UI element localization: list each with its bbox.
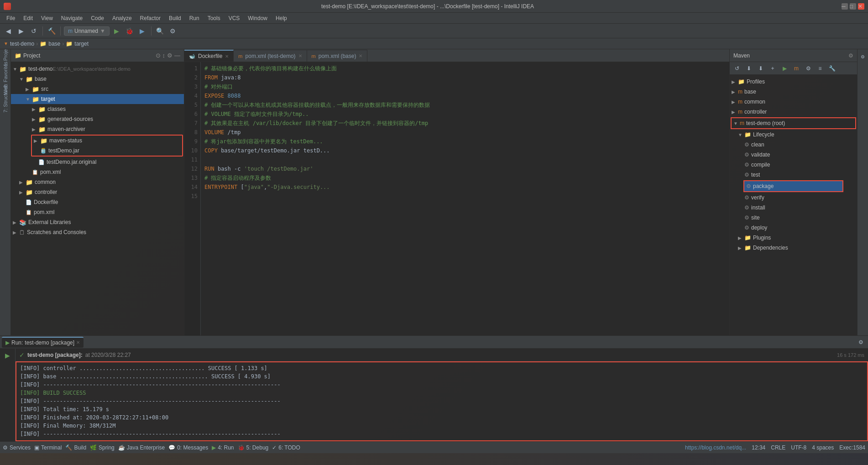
tree-gen-sources[interactable]: ▶ 📁 generated-sources [11, 114, 184, 124]
tree-classes[interactable]: ▶ 📁 classes [11, 104, 184, 114]
toolbar-back[interactable]: ◀ [3, 26, 14, 37]
maven-site[interactable]: ⚙ site [730, 213, 857, 223]
tab-pom-base[interactable]: m pom.xml (base) ✕ [307, 50, 368, 62]
tree-root-pom[interactable]: ▶ 📋 pom.xml [11, 207, 184, 217]
tab-pom-testdemo-close[interactable]: ✕ [298, 53, 302, 58]
maven-plugins[interactable]: ▶ 📁 Plugins [730, 233, 857, 243]
status-debug[interactable]: 🐞 5: Debug [238, 444, 269, 451]
tree-root[interactable]: ▼ 📁 test-demo E:\IDEA_workspace\test\tes… [11, 64, 184, 74]
status-url[interactable]: https://blog.csdn.net/dq... [685, 444, 746, 451]
maven-settings2[interactable]: ⚙ [803, 63, 814, 74]
maven-m-icon[interactable]: m [791, 63, 802, 74]
tree-dockerfile[interactable]: ▶ 📄 Dockerfile [11, 197, 184, 207]
maven-clean[interactable]: ⚙ clean [730, 140, 857, 150]
status-indent[interactable]: 4 spaces [812, 444, 834, 451]
menu-run[interactable]: Run [186, 14, 203, 22]
tab-pom-testdemo[interactable]: m pom.xml (test-demo) ✕ [234, 50, 307, 62]
tab-pom-base-close[interactable]: ✕ [359, 53, 362, 58]
bottom-panel-settings[interactable]: ⚙ [855, 337, 866, 348]
window-controls[interactable]: ─ □ ✕ [842, 3, 864, 10]
menu-vcs[interactable]: VCS [225, 14, 244, 22]
run-output[interactable]: [INFO] controller ......................… [16, 361, 868, 441]
tree-testdemo-jar[interactable]: ▶ 🫙 testDemo.jar [32, 146, 182, 156]
maven-profiles[interactable]: ▶ 📁 Profiles [730, 77, 857, 87]
menu-refactor[interactable]: Refactor [136, 14, 164, 22]
status-run[interactable]: ▶ 4: Run [212, 444, 234, 451]
status-spring[interactable]: 🌿 Spring [90, 444, 115, 451]
tree-base-pom[interactable]: ▶ 📋 pom.xml [11, 167, 184, 177]
status-todo[interactable]: ✓ 6: TODO [272, 444, 300, 451]
minimize-button[interactable]: ─ [842, 3, 848, 10]
menu-view[interactable]: View [37, 14, 57, 22]
tree-src[interactable]: ▶ 📁 src [11, 84, 184, 94]
bottom-tab-run-close[interactable]: ✕ [76, 340, 80, 345]
tree-controller[interactable]: ▶ 📁 controller [11, 187, 184, 197]
maven-testdemo-root[interactable]: ▼ m test-demo (root) [732, 118, 855, 128]
maven-compile[interactable]: ⚙ compile [730, 160, 857, 170]
menu-analyze[interactable]: Analyze [109, 14, 136, 22]
maven-run[interactable]: ▶ [779, 63, 790, 74]
sidebar-project-tab[interactable]: 1: Project [1, 51, 10, 60]
project-panel-sync[interactable]: ⊙ [156, 52, 161, 59]
right-sidebar-btn1[interactable]: ⚙ [858, 51, 868, 62]
menu-build[interactable]: Build [165, 14, 185, 22]
toolbar-settings[interactable]: ⚙ [167, 26, 178, 37]
maximize-button[interactable]: □ [850, 3, 856, 10]
status-java-enterprise[interactable]: ☕ Java Enterprise [118, 444, 165, 451]
maven-test[interactable]: ⚙ test [730, 170, 857, 180]
toolbar-run-coverage[interactable]: ▶ [137, 26, 148, 37]
code-editor[interactable]: # 基础镜像必要，代表你的项目将构建在什么镜像上面 ▶ FROM java:8 … [201, 62, 729, 335]
toolbar-forward[interactable]: ▶ [16, 26, 26, 37]
status-build[interactable]: 🔨 Build [65, 444, 86, 451]
tree-maven-archiver[interactable]: ▶ 📁 maven-archiver [11, 124, 184, 134]
breadcrumb-base[interactable]: 📁 base [40, 41, 60, 47]
menu-file[interactable]: File [3, 14, 19, 22]
menu-help[interactable]: Help [272, 14, 291, 22]
bottom-tab-run[interactable]: ▶ Run: test-demo [package] ✕ [2, 337, 84, 348]
maven-base[interactable]: ▶ m base [730, 87, 857, 97]
maven-lifecycle[interactable]: ▼ 📁 Lifecycle [730, 130, 857, 140]
status-terminal[interactable]: ▣ Terminal [34, 444, 62, 451]
menu-code[interactable]: Code [87, 14, 108, 22]
maven-settings-icon[interactable]: ⚙ [848, 52, 853, 59]
maven-dependencies[interactable]: ▶ 📁 Dependencies [730, 243, 857, 253]
maven-more[interactable]: ≡ [815, 63, 826, 74]
breadcrumb-testdemo[interactable]: ▼ test-demo [4, 41, 34, 47]
run-config-selector[interactable]: m Unnamed ▼ [64, 26, 110, 36]
maven-deploy[interactable]: ⚙ deploy [730, 223, 857, 233]
maven-add[interactable]: + [767, 63, 778, 74]
tree-target[interactable]: ▼ 📁 target [11, 94, 184, 104]
menu-navigate[interactable]: Navigate [58, 14, 86, 22]
toolbar-debug[interactable]: 🐞 [124, 26, 135, 37]
close-button[interactable]: ✕ [858, 3, 864, 10]
maven-package[interactable]: ⚙ package [744, 181, 842, 191]
project-panel-gear[interactable]: ⚙ [167, 52, 173, 59]
maven-install[interactable]: ⚙ install [730, 203, 857, 213]
project-panel-close[interactable]: — [174, 52, 180, 59]
breadcrumb-target[interactable]: 📁 target [66, 41, 89, 47]
tab-dockerfile[interactable]: 🐋 Dockerfile ✕ [184, 50, 234, 62]
status-services[interactable]: ⚙ Services [3, 444, 31, 451]
toolbar-refresh[interactable]: ↺ [28, 26, 39, 37]
tree-maven-status[interactable]: ▶ 📁 maven-status [32, 136, 182, 146]
project-panel-collapse[interactable]: ↕ [162, 52, 166, 59]
sidebar-favorites-tab[interactable]: 2: Favorites [1, 61, 10, 70]
toolbar-run[interactable]: ▶ [111, 26, 122, 37]
tree-base[interactable]: ▼ 📁 base [11, 74, 184, 84]
tab-dockerfile-close[interactable]: ✕ [225, 54, 229, 59]
menu-window[interactable]: Window [244, 14, 271, 22]
tree-external-libs[interactable]: ▶ 📚 External Libraries [11, 217, 184, 227]
toolbar-search[interactable]: 🔍 [155, 26, 166, 37]
tree-testdemo-jar-original[interactable]: ▶ 📄 testDemo.jar.original [11, 157, 184, 167]
editor-content[interactable]: 12345 678910 1112131415 # 基础镜像必要，代表你的项目将… [184, 62, 729, 335]
maven-validate[interactable]: ⚙ validate [730, 150, 857, 160]
maven-verify[interactable]: ⚙ verify [730, 193, 857, 203]
tree-scratches[interactable]: ▶ 🗒 Scratches and Consoles [11, 227, 184, 237]
maven-controller[interactable]: ▶ m controller [730, 107, 857, 117]
status-messages[interactable]: 💬 0: Messages [168, 444, 208, 451]
status-encoding[interactable]: UTF-8 [791, 444, 806, 451]
menu-tools[interactable]: Tools [204, 14, 224, 22]
menu-edit[interactable]: Edit [20, 14, 37, 22]
toolbar-build-project[interactable]: 🔨 [46, 26, 57, 37]
tree-common[interactable]: ▶ 📁 common [11, 177, 184, 187]
